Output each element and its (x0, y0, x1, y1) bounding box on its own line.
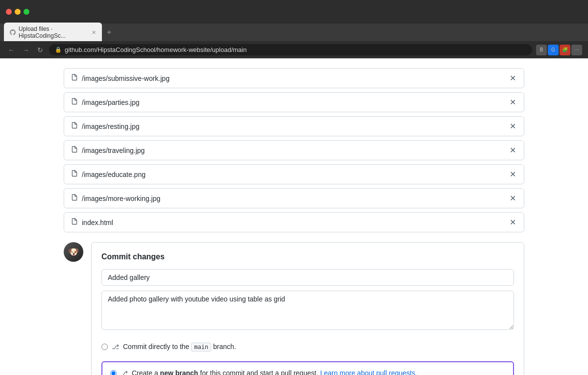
radio-direct-label: Commit directly to the main branch. (123, 343, 236, 350)
file-name: /images/resting.jpg (82, 123, 140, 130)
new-branch-radio-row: ⎇ Create a new branch for this commit an… (110, 369, 505, 375)
file-icon (71, 122, 78, 130)
traffic-lights (6, 9, 29, 15)
radio-new-branch-input[interactable] (110, 370, 117, 375)
file-name: index.html (82, 219, 113, 226)
file-name: /images/parties.jpg (82, 99, 140, 106)
file-item-left: /images/submissive-work.jpg (71, 74, 170, 82)
file-list: /images/submissive-work.jpg ✕ /images/pa… (64, 68, 524, 375)
file-remove-button[interactable]: ✕ (509, 194, 517, 203)
back-button[interactable]: ← (6, 45, 17, 55)
active-tab[interactable]: Upload files · HipstaCodingSc... ✕ (4, 23, 102, 42)
file-item-left: /images/more-working.jpg (71, 194, 160, 202)
commit-section-title: Commit changes (101, 252, 514, 261)
tab-bar: Upload files · HipstaCodingSc... ✕ + (0, 24, 588, 41)
radio-options: ⎇ Commit directly to the main branch. (101, 340, 514, 353)
tab-close-button[interactable]: ✕ (92, 29, 96, 36)
avatar: 🐶 (64, 242, 83, 262)
file-name: /images/educate.png (82, 171, 146, 178)
file-remove-button[interactable]: ✕ (509, 170, 517, 179)
file-icon (71, 146, 78, 154)
file-item-left: index.html (71, 218, 113, 226)
ext-button-3[interactable]: 🧩 (560, 45, 570, 55)
commit-description-textarea[interactable]: Added photo gallery with youtube video u… (101, 291, 514, 330)
file-icon (71, 98, 78, 106)
radio-direct-option: ⎇ Commit directly to the main branch. (101, 340, 514, 353)
file-remove-button[interactable]: ✕ (509, 98, 517, 107)
new-branch-section: ⎇ Create a new branch for this commit an… (101, 361, 514, 375)
ext-button-1[interactable]: B (536, 45, 547, 55)
file-remove-button[interactable]: ✕ (509, 74, 517, 83)
file-item: /images/resting.jpg ✕ (64, 116, 524, 136)
learn-more-link[interactable]: Learn more about pull requests. (320, 369, 417, 375)
file-item: /images/submissive-work.jpg ✕ (64, 68, 524, 88)
file-item-left: /images/resting.jpg (71, 122, 140, 130)
browser-titlebar (0, 0, 588, 24)
ext-button-4[interactable]: ⋯ (571, 45, 582, 55)
ext-button-2[interactable]: G (548, 45, 559, 55)
radio-direct-input[interactable] (101, 344, 108, 350)
file-item: /images/more-working.jpg ✕ (64, 188, 524, 208)
file-item-left: /images/parties.jpg (71, 98, 140, 106)
close-button[interactable] (6, 9, 12, 15)
file-item-left: /images/educate.png (71, 170, 146, 178)
tab-title: Upload files · HipstaCodingSc... (19, 25, 89, 39)
branch-new-icon: ⎇ (121, 370, 128, 375)
file-remove-button[interactable]: ✕ (509, 146, 517, 155)
maximize-button[interactable] (24, 9, 29, 15)
file-icon (71, 218, 78, 226)
branch-direct-icon: ⎇ (112, 343, 119, 350)
commit-section: 🐶 Commit changes Added photo gallery wit… (64, 242, 524, 375)
url-text: github.com/HipstaCodingSchool/homework-w… (65, 46, 246, 53)
new-tab-button[interactable]: + (104, 27, 114, 38)
browser-extensions: B G 🧩 ⋯ (536, 45, 582, 55)
file-remove-button[interactable]: ✕ (509, 122, 517, 131)
commit-form: Commit changes Added photo gallery with … (91, 242, 524, 375)
avatar-image: 🐶 (64, 242, 83, 262)
file-item: /images/educate.png ✕ (64, 164, 524, 184)
file-items-container: /images/submissive-work.jpg ✕ /images/pa… (64, 68, 524, 232)
file-item: /images/parties.jpg ✕ (64, 92, 524, 112)
radio-new-branch-label: Create a new branch for this commit and … (132, 369, 417, 375)
main-branch-code: main (191, 343, 211, 351)
commit-message-input[interactable] (101, 269, 514, 286)
file-item-left: /images/traveling.jpg (71, 146, 145, 154)
file-name: /images/traveling.jpg (82, 147, 145, 154)
lock-icon: 🔒 (55, 47, 62, 53)
file-name: /images/submissive-work.jpg (82, 75, 170, 82)
page-content: /images/submissive-work.jpg ✕ /images/pa… (0, 58, 588, 375)
file-item: index.html ✕ (64, 212, 524, 232)
file-name: /images/more-working.jpg (82, 195, 160, 202)
address-bar-row: ← → ↻ 🔒 github.com/HipstaCodingSchool/ho… (0, 41, 588, 58)
file-icon (71, 170, 78, 178)
address-bar[interactable]: 🔒 github.com/HipstaCodingSchool/homework… (49, 44, 532, 55)
file-item: /images/traveling.jpg ✕ (64, 140, 524, 160)
refresh-button[interactable]: ↻ (35, 45, 45, 55)
forward-button[interactable]: → (21, 45, 31, 55)
file-icon (71, 194, 78, 202)
minimize-button[interactable] (15, 9, 21, 15)
file-remove-button[interactable]: ✕ (509, 218, 517, 227)
file-icon (71, 74, 78, 82)
